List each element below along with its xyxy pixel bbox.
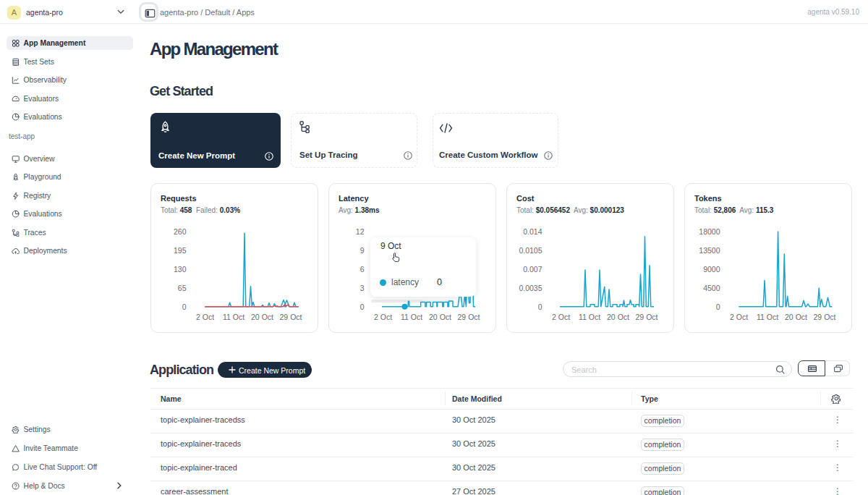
svg-text:29 Oct: 29 Oct	[636, 313, 658, 321]
svg-text:6: 6	[360, 265, 365, 274]
svg-text:29 Oct: 29 Oct	[280, 313, 302, 321]
svg-text:4500: 4500	[703, 284, 720, 292]
svg-text:2 Oct: 2 Oct	[374, 313, 392, 321]
svg-text:0.0035: 0.0035	[519, 284, 542, 292]
svg-text:2 Oct: 2 Oct	[552, 313, 570, 321]
svg-text:9: 9	[360, 246, 365, 255]
svg-text:18000: 18000	[699, 227, 720, 236]
svg-text:20 Oct: 20 Oct	[429, 313, 451, 321]
svg-text:195: 195	[174, 246, 187, 255]
svg-text:20 Oct: 20 Oct	[785, 313, 807, 321]
svg-text:65: 65	[178, 284, 187, 292]
svg-text:20 Oct: 20 Oct	[607, 313, 629, 321]
svg-text:11 Oct: 11 Oct	[401, 313, 422, 321]
svg-text:0.0105: 0.0105	[519, 246, 542, 255]
svg-text:29 Oct: 29 Oct	[458, 313, 480, 321]
svg-text:20 Oct: 20 Oct	[251, 313, 273, 321]
svg-text:11 Oct: 11 Oct	[579, 313, 600, 321]
svg-text:130: 130	[174, 265, 187, 274]
svg-text:0: 0	[538, 302, 542, 311]
svg-text:0.007: 0.007	[523, 265, 542, 274]
svg-text:0: 0	[360, 302, 365, 311]
svg-text:2 Oct: 2 Oct	[730, 313, 748, 321]
svg-text:29 Oct: 29 Oct	[814, 313, 836, 321]
svg-text:9000: 9000	[703, 265, 720, 274]
svg-text:0.014: 0.014	[523, 227, 542, 236]
svg-text:2 Oct: 2 Oct	[196, 313, 214, 321]
svg-text:0: 0	[716, 302, 720, 311]
svg-text:13500: 13500	[699, 246, 720, 255]
svg-text:0: 0	[182, 302, 187, 311]
svg-text:11 Oct: 11 Oct	[223, 313, 244, 321]
svg-text:260: 260	[174, 227, 187, 236]
svg-text:12: 12	[356, 227, 365, 236]
svg-text:3: 3	[360, 284, 365, 292]
svg-text:11 Oct: 11 Oct	[757, 313, 778, 321]
